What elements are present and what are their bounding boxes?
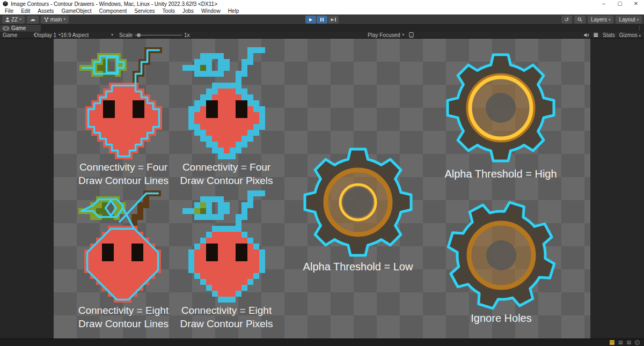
gizmos-dropdown[interactable]: Gizmos ▾ bbox=[619, 32, 641, 38]
game-view-label: Game bbox=[3, 32, 17, 38]
step-icon: ▶ bbox=[331, 18, 334, 22]
caption-eight-pixels: Connectivity = EightDraw Contour Pixels bbox=[157, 304, 296, 330]
cloud-icon: ☁ bbox=[30, 17, 35, 22]
game-view: Connectivity = FourDraw Contour Lines Co… bbox=[0, 39, 644, 338]
unity-logo-icon bbox=[3, 1, 8, 6]
scale-label: Scale bbox=[119, 32, 133, 38]
gizmos-label: Gizmos bbox=[619, 32, 638, 38]
tab-game-label: Game bbox=[11, 25, 26, 31]
display-dropdown[interactable]: Display 1 ▾ bbox=[34, 32, 61, 38]
chevron-down-icon: ▾ bbox=[636, 18, 639, 22]
menu-assets[interactable]: Assets bbox=[34, 8, 57, 14]
caption-four-pixels: Connectivity = FourDraw Contour Pixels bbox=[157, 160, 296, 187]
chevron-down-icon: ▾ bbox=[111, 33, 113, 37]
caption-alpha-low: Alpha Threshold = Low bbox=[277, 260, 438, 273]
window-title: Image Contours - Contour Drawers - Windo… bbox=[11, 1, 217, 7]
menu-tools[interactable]: Tools bbox=[159, 8, 179, 14]
scale-slider-knob[interactable] bbox=[137, 33, 141, 37]
scale-control: Scale 1x bbox=[119, 32, 190, 38]
aspect-ratio-dropdown[interactable]: 16:9 Aspect ▾ bbox=[61, 32, 113, 38]
play-icon: ▶ bbox=[309, 18, 312, 22]
chevron-down-icon: ▾ bbox=[639, 34, 641, 38]
search-button[interactable] bbox=[574, 16, 586, 24]
chevron-down-icon: ▾ bbox=[609, 18, 611, 22]
layers-dropdown[interactable]: Layers ▾ bbox=[588, 16, 614, 24]
gear-sprite-ignore-holes bbox=[443, 197, 559, 313]
apple-sprite-eight-lines bbox=[78, 190, 167, 303]
kebab-menu-icon[interactable]: ⋮ bbox=[637, 25, 642, 32]
toolbar-right: ↺ Layers ▾ Layout ▾ bbox=[559, 16, 642, 24]
unity-editor-window: Image Contours - Contour Drawers - Windo… bbox=[0, 0, 644, 346]
chevron-down-icon: ▾ bbox=[402, 33, 405, 37]
layout-label: Layout bbox=[619, 17, 635, 23]
background-tasks-check-icon[interactable]: ✓ bbox=[635, 340, 640, 345]
package-progress-icon[interactable] bbox=[610, 340, 614, 345]
caption-alpha-high: Alpha Threshold = High bbox=[420, 167, 581, 180]
apple-sprite-four-lines bbox=[79, 47, 168, 159]
undo-history-button[interactable]: ↺ bbox=[561, 16, 572, 24]
apple-sprite-eight-pixels bbox=[182, 190, 271, 303]
tab-game[interactable]: Game bbox=[0, 25, 41, 32]
game-toolbar-right: ▦ Stats Gizmos ▾ bbox=[584, 32, 641, 38]
account-label: ZZ bbox=[11, 17, 18, 23]
minimize-button[interactable]: – bbox=[596, 0, 612, 8]
main-toolbar: ZZ ▾ ☁ main ▾ ▶ ▶ ↺ bbox=[0, 14, 644, 25]
display-label: Display 1 bbox=[34, 32, 56, 38]
tab-bar: Game ⋮ bbox=[0, 25, 644, 32]
gear-sprite-alpha-low bbox=[300, 144, 416, 260]
aspect-label: 16:9 Aspect bbox=[61, 32, 89, 38]
person-icon bbox=[5, 17, 10, 22]
branch-label: main bbox=[50, 17, 62, 23]
play-focused-label: Play Focused bbox=[368, 32, 400, 38]
cloud-button[interactable]: ☁ bbox=[27, 16, 39, 24]
screenshot-device-icon[interactable] bbox=[409, 32, 414, 38]
menu-file[interactable]: File bbox=[1, 8, 17, 14]
play-focused-dropdown[interactable]: Play Focused ▾ bbox=[368, 32, 414, 38]
title-bar: Image Contours - Contour Drawers - Windo… bbox=[0, 0, 644, 8]
gear-sprite-alpha-high bbox=[443, 50, 559, 166]
caption-ignore-holes: Ignore Holes bbox=[421, 312, 582, 325]
pause-button[interactable] bbox=[317, 16, 327, 24]
gamepad-icon bbox=[3, 26, 9, 31]
version-control-dropdown[interactable]: main ▾ bbox=[41, 16, 69, 24]
menu-jobs[interactable]: Jobs bbox=[179, 8, 197, 14]
game-view-dropdown[interactable]: Game ▾ bbox=[3, 32, 35, 38]
layout-dropdown[interactable]: Layout ▾ bbox=[616, 16, 642, 24]
branch-icon bbox=[44, 17, 49, 22]
chevron-down-icon: ▾ bbox=[19, 17, 21, 21]
metrics-grid-icon[interactable]: ▦ bbox=[594, 32, 598, 38]
menu-gameobject[interactable]: GameObject bbox=[57, 8, 95, 14]
menu-window[interactable]: Window bbox=[197, 8, 224, 14]
play-button[interactable]: ▶ bbox=[305, 16, 316, 24]
console-stack-icon[interactable]: ▤ bbox=[626, 340, 631, 345]
menu-component[interactable]: Component bbox=[96, 8, 131, 14]
menu-edit[interactable]: Edit bbox=[17, 8, 34, 14]
maximize-button[interactable]: ▢ bbox=[612, 0, 628, 8]
menu-services[interactable]: Services bbox=[130, 8, 158, 14]
pause-icon bbox=[320, 18, 324, 21]
stats-toggle[interactable]: Stats bbox=[603, 32, 615, 38]
search-icon bbox=[577, 17, 582, 22]
step-button[interactable]: ▶ bbox=[328, 16, 339, 24]
game-viewport[interactable]: Connectivity = FourDraw Contour Lines Co… bbox=[54, 39, 590, 338]
status-bar: ▤ ▤ ✓ bbox=[0, 338, 644, 346]
audio-mute-icon[interactable] bbox=[584, 33, 589, 38]
scale-slider[interactable] bbox=[135, 35, 182, 35]
history-icon: ↺ bbox=[565, 17, 569, 23]
apple-sprite-four-pixels bbox=[182, 47, 271, 159]
layers-label: Layers bbox=[591, 17, 607, 23]
cache-server-icon[interactable]: ▤ bbox=[618, 340, 623, 345]
close-button[interactable]: ✕ bbox=[628, 0, 644, 8]
scale-value: 1x bbox=[184, 32, 190, 38]
account-dropdown[interactable]: ZZ ▾ bbox=[2, 16, 25, 24]
play-controls: ▶ ▶ bbox=[305, 16, 339, 24]
menu-bar: File Edit Assets GameObject Component Se… bbox=[0, 8, 644, 14]
game-view-toolbar: Game ▾ Display 1 ▾ 16:9 Aspect ▾ Scale 1… bbox=[0, 32, 644, 39]
chevron-down-icon: ▾ bbox=[63, 17, 65, 21]
menu-help[interactable]: Help bbox=[224, 8, 243, 14]
